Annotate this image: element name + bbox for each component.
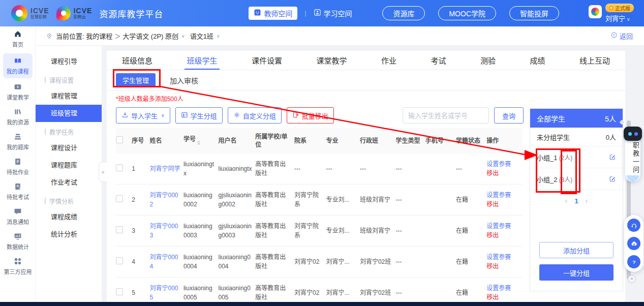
remove-link[interactable]: 移出 — [486, 293, 519, 302]
rail-item-exam[interactable]: 待批考试 — [0, 179, 36, 204]
breadcrumb-class[interactable]: 语文1班 — [190, 31, 213, 41]
student-name-link[interactable]: 刘宵宁0004 — [149, 254, 178, 270]
remove-link[interactable]: 移出 — [486, 169, 519, 178]
add-group-button[interactable]: 添加分组 — [539, 242, 614, 258]
sidebar-collapse-button[interactable]: « — [99, 162, 107, 182]
rail-item-message[interactable]: 消息通知 — [0, 204, 36, 229]
mooc-college-button[interactable]: MOOC学院 — [438, 6, 496, 20]
close-float-button[interactable]: × — [628, 275, 636, 283]
assistant-widget[interactable]: 职教一问 — [623, 124, 642, 182]
back-button[interactable]: 返回 — [610, 31, 633, 41]
teacher-space-button[interactable]: 教师空间 — [249, 7, 297, 20]
rail-item-home[interactable]: 首页 — [0, 26, 36, 51]
tab-0[interactable]: 班级信息 — [122, 51, 152, 70]
page-number[interactable]: 1 — [574, 197, 578, 205]
customer-service-button[interactable] — [627, 219, 640, 232]
sidebar-item-7[interactable]: 作业考试 — [36, 174, 102, 191]
select-all-checkbox[interactable] — [116, 136, 123, 143]
rail-item-teach[interactable]: 课堂教学 — [0, 79, 36, 104]
cell-department: 刘宵宁02 — [294, 247, 326, 278]
cell-phone — [425, 185, 456, 216]
cell-class: 刘宵宁02班 — [360, 278, 396, 302]
student-group-button[interactable]: 学生分组 — [175, 107, 223, 124]
row-checkbox[interactable] — [116, 288, 123, 295]
sidebar-item-6[interactable]: 课程题库 — [36, 157, 102, 174]
rail-item-bank[interactable]: 我的题库 — [0, 129, 36, 154]
rail-item-stats[interactable]: 数据统计 — [0, 229, 36, 254]
all-students-row[interactable]: 全部学生 5人 — [530, 109, 623, 128]
rail-item-label: 我的课程 — [7, 67, 29, 75]
column-header: 手机号 — [425, 128, 456, 154]
custom-group-button[interactable]: 自定义分组 — [228, 107, 282, 124]
tab-student-manage[interactable]: 学生管理 — [116, 73, 156, 87]
tab-2[interactable]: 课件设置 — [252, 51, 282, 70]
tab-7[interactable]: 成绩 — [530, 51, 545, 70]
search-input[interactable] — [403, 107, 489, 124]
row-checkbox[interactable] — [116, 226, 123, 233]
row-checkbox[interactable] — [116, 164, 123, 171]
tab-4[interactable]: 作业 — [381, 51, 396, 70]
sidebar-item-10[interactable]: 统计分析 — [36, 226, 102, 243]
all-students-label: 全部学生 — [537, 113, 565, 124]
row-checkbox[interactable] — [116, 195, 123, 202]
smart-cast-button[interactable]: 智能投屏 — [509, 6, 559, 20]
student-name-link[interactable]: 刘宵宁0005 — [149, 285, 178, 301]
teacher-space-label: 教师空间 — [264, 8, 292, 18]
tab-3[interactable]: 课堂教学 — [316, 51, 347, 70]
remove-link[interactable]: 移出 — [486, 200, 519, 209]
tab-6[interactable]: 测验 — [480, 51, 496, 70]
group-row[interactable]: 小组_2 (3人) — [530, 168, 623, 190]
rail-item-label: 第三方应用 — [4, 267, 32, 276]
tab-join-review[interactable]: 加入审核 — [170, 75, 198, 85]
import-students-button[interactable]: 导入学生 ∨ — [116, 107, 170, 124]
chevron-down-icon[interactable]: ∨ — [217, 34, 220, 39]
sidebar-item-2[interactable]: 课程管理 — [36, 87, 102, 105]
set-contest-link[interactable]: 设置参赛 — [486, 160, 519, 169]
help-button[interactable]: ? — [627, 255, 640, 268]
remove-link[interactable]: 移出 — [486, 262, 519, 271]
set-contest-link[interactable]: 设置参赛 — [486, 253, 519, 262]
row-checkbox[interactable] — [116, 257, 123, 264]
user-block[interactable]: 正式版 刘宵宁∨ — [589, 4, 634, 23]
tab-8[interactable]: 线上互动 — [579, 51, 610, 70]
set-contest-link[interactable]: 设置参赛 — [486, 284, 519, 293]
search-button[interactable]: 查询 — [494, 107, 524, 124]
sidebar-item-5[interactable]: 课程设计 — [36, 139, 102, 157]
resource-library-button[interactable]: 资源库 — [382, 6, 425, 20]
edit-group-icon[interactable] — [609, 175, 616, 182]
icve-zhihui-logo-text: ICVE 智慧职教 — [30, 7, 49, 19]
page-prev-icon[interactable]: ‹ — [565, 197, 568, 205]
student-name-link[interactable]: 刘宵宁同学 — [149, 165, 180, 172]
rail-item-resource[interactable]: 我的资源 — [0, 104, 36, 129]
user-name[interactable]: 刘宵宁∨ — [605, 13, 634, 23]
student-name-link[interactable]: 刘宵宁0003 — [149, 223, 178, 239]
ungrouped-students-row[interactable]: 未分组学生 0人 — [530, 128, 623, 146]
breadcrumb-course[interactable]: 大学语文 (2P) 原创 — [122, 31, 178, 41]
rail-item-apps[interactable]: 第三方应用 — [0, 254, 36, 279]
tab-5[interactable]: 考试 — [431, 51, 446, 70]
sidebar-item-3[interactable]: 班级管理 — [36, 105, 102, 122]
sort-icon[interactable] — [197, 139, 200, 146]
rail-item-course[interactable]: 我的课程 — [3, 53, 33, 78]
set-contest-link[interactable]: 设置参赛 — [486, 222, 519, 231]
edit-group-icon[interactable] — [609, 154, 616, 161]
table-row: 5刘宵宁0005liuxiaoning0005liuxiaoning0005高等… — [116, 278, 523, 302]
download-center-button[interactable] — [627, 237, 640, 250]
group-panel: 全部学生 5人 未分组学生 0人 小组_1 (2人) 小组_2 (3人) ‹ 1… — [530, 108, 623, 291]
auto-group-button[interactable]: 一键分组 — [539, 264, 614, 281]
chevron-down-icon[interactable]: ∨ — [181, 34, 185, 39]
group-row[interactable]: 小组_1 (2人) — [530, 146, 623, 168]
cell-student-id: liuxiaoningtx — [183, 154, 219, 185]
rail-item-homework[interactable]: 待批作业 — [0, 154, 36, 179]
batch-remove-button[interactable]: 批量移出 — [287, 107, 334, 124]
set-contest-link[interactable]: 设置参赛 — [486, 191, 519, 200]
svg-text:?: ? — [632, 259, 635, 265]
sidebar-item-0[interactable]: 课程引导 — [36, 53, 102, 70]
remove-link[interactable]: 移出 — [486, 231, 519, 240]
student-name-link[interactable]: 刘宵宁0002 — [149, 192, 178, 208]
page-next-icon[interactable]: › — [586, 197, 588, 205]
sidebar-item-9[interactable]: 课程成绩 — [36, 208, 102, 226]
learning-space-button[interactable]: 学习空间 — [314, 7, 352, 20]
tab-1[interactable]: 班级学生 — [187, 51, 217, 70]
bank-icon — [14, 133, 22, 141]
